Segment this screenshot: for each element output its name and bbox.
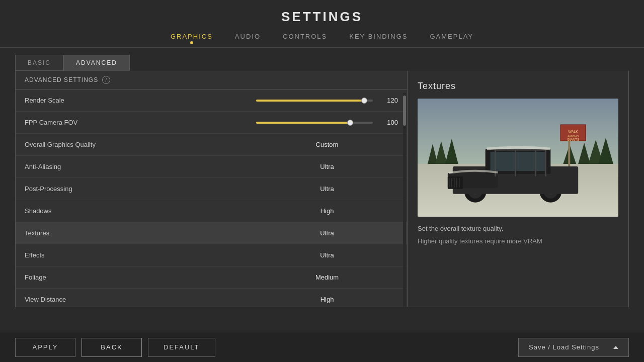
settings-panel: ADVANCED SETTINGS i Render Scale 120 FPP… (15, 71, 408, 307)
tab-controls[interactable]: CONTROLS (282, 31, 328, 44)
table-row: Post-Processing Ultra (16, 178, 407, 200)
texture-title: Textures (418, 81, 618, 92)
table-row: View Distance High (16, 289, 407, 307)
row-label: View Distance (25, 296, 256, 303)
tab-gameplay[interactable]: GAMEPLAY (429, 31, 474, 44)
tab-audio[interactable]: AUDIO (234, 31, 262, 44)
table-row: Effects Ultra (16, 244, 407, 266)
save-load-button[interactable]: Save / Load Settings (518, 338, 629, 357)
texture-desc1: Set the overall texture quality. (418, 225, 618, 232)
row-value[interactable]: High (256, 296, 398, 303)
row-value[interactable]: Medium (256, 274, 398, 281)
slider-track (256, 122, 373, 124)
slider-thumb[interactable] (347, 120, 353, 126)
page-title: SETTINGS (0, 0, 644, 25)
fpp-fov-slider[interactable]: 100 (256, 119, 398, 126)
table-row: Overall Graphics Quality Custom (16, 134, 407, 156)
row-value[interactable]: Ultra (256, 229, 398, 237)
info-icon[interactable]: i (102, 76, 110, 84)
settings-header-label: ADVANCED SETTINGS (25, 76, 98, 83)
texture-preview: WALK AMONG GIANTS (418, 99, 618, 217)
render-scale-slider[interactable]: 120 (256, 97, 398, 104)
row-label: Render Scale (25, 97, 256, 104)
row-label: Textures (25, 229, 256, 237)
row-value[interactable]: Ultra (256, 185, 398, 193)
default-button[interactable]: DEFAULT (148, 338, 215, 357)
chevron-up-icon (613, 346, 618, 349)
subtabs: BASIC ADVANCED (0, 48, 644, 71)
row-value[interactable]: High (256, 207, 398, 215)
svg-rect-24 (491, 152, 546, 171)
row-label: Foliage (25, 274, 256, 281)
table-row: FPP Camera FOV 100 (16, 112, 407, 134)
bottom-bar: APPLY BACK DEFAULT Save / Load Settings (0, 332, 644, 362)
row-label: Effects (25, 251, 256, 259)
table-row: Textures Ultra (16, 222, 407, 244)
main-content: ADVANCED SETTINGS i Render Scale 120 FPP… (15, 71, 629, 307)
table-row: Anti-Aliasing Ultra (16, 156, 407, 178)
slider-fill (256, 122, 350, 124)
table-row: Foliage Medium (16, 266, 407, 289)
tab-graphics[interactable]: GRAPHICS (170, 31, 214, 44)
back-button[interactable]: BACK (82, 338, 142, 357)
table-row: Render Scale 120 (16, 89, 407, 112)
row-value[interactable]: Custom (256, 141, 398, 148)
slider-track (256, 100, 373, 102)
settings-header: ADVANCED SETTINGS i (16, 71, 407, 89)
subtab-advanced[interactable]: ADVANCED (63, 55, 130, 71)
row-label: FPP Camera FOV (25, 119, 256, 126)
svg-rect-30 (448, 176, 463, 189)
right-panel: Textures (408, 71, 629, 307)
row-label: Post-Processing (25, 185, 256, 193)
slider-value: 100 (378, 119, 398, 126)
row-label: Overall Graphics Quality (25, 141, 256, 148)
table-row: Shadows High (16, 200, 407, 222)
apply-button[interactable]: APPLY (15, 338, 75, 357)
save-load-label: Save / Load Settings (529, 343, 599, 351)
scrollbar-thumb[interactable] (403, 96, 406, 126)
row-value[interactable]: Ultra (256, 251, 398, 259)
svg-text:WALK: WALK (568, 130, 578, 133)
svg-text:GIANTS: GIANTS (567, 138, 580, 141)
row-label: Shadows (25, 207, 256, 215)
subtab-basic[interactable]: BASIC (15, 55, 63, 71)
slider-fill (256, 100, 363, 102)
nav-tabs: GRAPHICS AUDIO CONTROLS KEY BINDINGS GAM… (0, 25, 644, 48)
texture-desc2: Higher quality textures require more VRA… (418, 237, 618, 245)
slider-value: 120 (378, 97, 398, 104)
slider-thumb[interactable] (361, 98, 367, 104)
row-label: Anti-Aliasing (25, 163, 256, 170)
tab-keybindings[interactable]: KEY BINDINGS (348, 31, 409, 44)
row-value[interactable]: Ultra (256, 163, 398, 170)
scrollbar[interactable] (403, 93, 406, 307)
